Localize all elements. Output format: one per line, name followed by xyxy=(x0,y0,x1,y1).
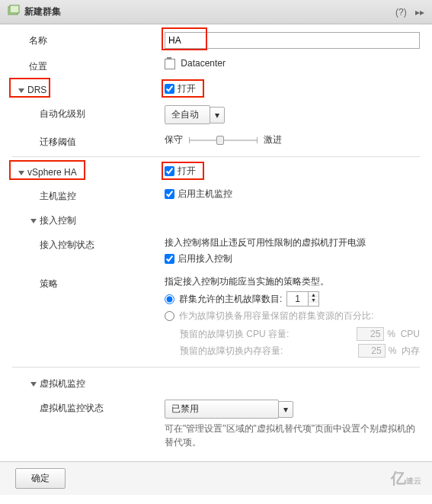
name-label: 名称 xyxy=(12,32,165,47)
policy-radio-percentage[interactable] xyxy=(165,311,174,321)
policy-desc: 指定接入控制功能应当实施的策略类型。 xyxy=(165,275,420,288)
cluster-icon xyxy=(8,5,20,19)
automation-level-label: 自动化级别 xyxy=(12,105,165,120)
admission-control-desc: 接入控制将阻止违反可用性限制的虚拟机打开电源 xyxy=(165,236,420,249)
host-monitoring-label: 主机监控 xyxy=(12,188,165,203)
chevron-down-icon[interactable]: ▾ xyxy=(210,107,225,124)
dialog-body: 名称 位置 Datacenter DRS 打开 自动化级别 全自动 ▾ xyxy=(0,24,432,461)
location-value: Datacenter xyxy=(181,58,226,69)
name-input[interactable] xyxy=(165,32,420,49)
slider-min-label: 保守 xyxy=(165,133,183,146)
reserved-mem-value: 25 xyxy=(358,344,386,358)
vm-monitoring-status-label: 虚拟机监控状态 xyxy=(12,400,165,415)
automation-level-select[interactable]: 全自动 ▾ xyxy=(165,105,225,124)
help-icon[interactable]: (?) xyxy=(395,7,407,18)
reserved-cpu-label: 预留的故障切换 CPU 容量: xyxy=(180,328,354,341)
migration-threshold-slider[interactable] xyxy=(189,140,258,141)
migration-threshold-label: 迁移阈值 xyxy=(12,133,165,149)
location-label: 位置 xyxy=(12,58,165,73)
policy-label: 策略 xyxy=(12,275,165,291)
vm-monitoring-select[interactable]: 已禁用 ▾ xyxy=(165,400,293,419)
datacenter-icon xyxy=(165,59,175,69)
ha-enable-checkbox[interactable]: 打开 xyxy=(165,165,196,178)
expand-icon[interactable]: ▸▸ xyxy=(415,7,424,18)
host-monitoring-checkbox[interactable]: 启用主机监控 xyxy=(165,188,232,201)
reserved-mem-label: 预留的故障切换内存容量: xyxy=(180,345,355,358)
drs-enable-checkbox[interactable]: 打开 xyxy=(165,82,196,95)
vm-monitoring-desc: 可在"管理设置"区域的"虚拟机替代项"页面中设置个别虚拟机的替代项。 xyxy=(165,422,420,449)
vsphere-ha-section[interactable]: vSphere HA xyxy=(12,165,165,178)
admission-control-status-label: 接入控制状态 xyxy=(12,236,165,252)
ok-button[interactable]: 确定 xyxy=(15,468,66,489)
svg-rect-1 xyxy=(10,5,19,13)
dialog-title: 新建群集 xyxy=(24,5,389,18)
policy-radio-host-failures[interactable] xyxy=(165,294,174,304)
slider-max-label: 激进 xyxy=(264,133,282,146)
chevron-down-icon[interactable]: ▾ xyxy=(278,401,293,418)
vm-monitoring-section[interactable]: 虚拟机监控 xyxy=(12,375,165,390)
dialog-header: 新建群集 (?) ▸▸ xyxy=(0,0,432,24)
drs-section[interactable]: DRS xyxy=(12,82,165,95)
policy-radio2-label: 作为故障切换备用容量保留的群集资源的百分比: xyxy=(179,310,373,323)
admission-enable-checkbox[interactable]: 启用接入控制 xyxy=(165,252,232,265)
admission-control-section[interactable]: 接入控制 xyxy=(12,212,165,227)
reserved-cpu-value: 25 xyxy=(357,327,384,341)
watermark-logo: 亿速云 xyxy=(383,468,421,489)
host-failures-spinner[interactable]: 1 ▲▼ xyxy=(286,291,319,307)
policy-radio1-label: 群集允许的主机故障数目: xyxy=(179,293,282,306)
dialog-footer: 确定 亿速云 xyxy=(0,461,432,495)
